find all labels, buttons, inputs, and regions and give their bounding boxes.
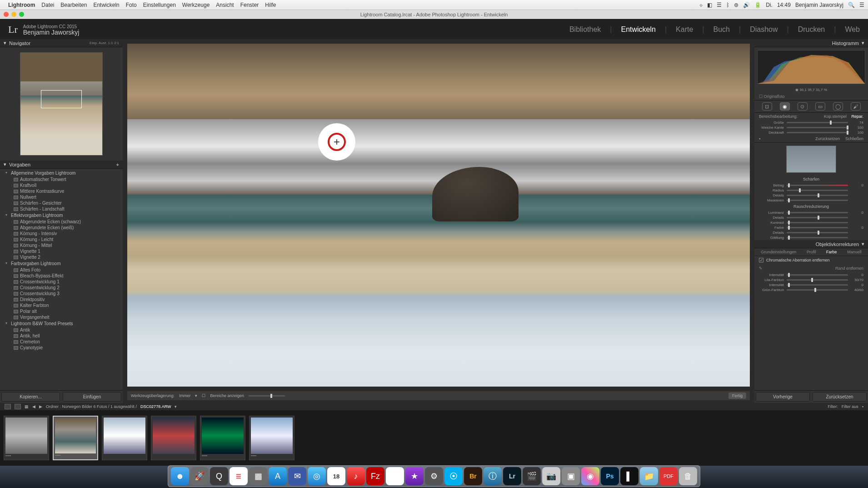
slider-thumb[interactable] xyxy=(788,198,790,202)
heal-mode[interactable]: Repar. xyxy=(851,114,863,119)
slider-track[interactable] xyxy=(787,127,848,128)
lens-tab-basic[interactable]: Grundeinstellungen xyxy=(761,250,796,254)
presets-list[interactable]: Allgemeine Vorgaben LightroomAutomatisch… xyxy=(0,169,123,390)
slider-value[interactable]: 100 xyxy=(851,126,863,130)
lens-tab-profile[interactable]: Profil xyxy=(807,250,816,254)
quicktime-icon[interactable]: Q xyxy=(210,467,228,485)
slider-track[interactable] xyxy=(787,232,848,233)
menu-foto[interactable]: Foto xyxy=(126,2,137,8)
lens-tab-manual[interactable]: Manuell xyxy=(847,250,862,254)
close-window-button[interactable] xyxy=(4,12,9,17)
volume-icon[interactable]: 🔊 xyxy=(743,2,750,8)
filter-value[interactable]: Filter aus xyxy=(842,404,858,409)
histogram[interactable] xyxy=(757,50,865,84)
slider-track[interactable] xyxy=(787,122,848,123)
slider-value[interactable]: 0 xyxy=(851,226,863,230)
slider-thumb[interactable] xyxy=(788,183,790,187)
preset-item[interactable]: Körnung - Intensiv xyxy=(0,231,123,236)
preset-item[interactable]: Schärfen - Landschaft xyxy=(0,206,123,212)
nav-back-icon[interactable]: ◀ xyxy=(32,404,35,409)
filmstrip-thumb[interactable]: ••••• xyxy=(200,416,245,460)
lens-header[interactable]: Objektivkorrekturen ▾ xyxy=(754,240,868,248)
slider-value[interactable]: 74 xyxy=(851,121,863,125)
menubar-icon[interactable]: ☰ xyxy=(717,2,722,8)
wifi-icon[interactable]: ⊚ xyxy=(734,2,738,8)
slider-track[interactable] xyxy=(787,274,848,276)
terminal-icon[interactable]: ▌ xyxy=(620,467,639,485)
slider-thumb[interactable] xyxy=(847,131,848,135)
menu-hilfe[interactable]: Hilfe xyxy=(265,2,276,8)
original-checkbox[interactable]: ☐ xyxy=(759,94,763,99)
settings-icon[interactable]: ⚙ xyxy=(425,467,443,485)
preset-item[interactable]: Crossentwicklung 2 xyxy=(0,285,123,291)
pdf-icon[interactable]: PDF xyxy=(659,467,678,485)
spot-close[interactable]: Schließen xyxy=(845,136,863,141)
current-file[interactable]: DSC02778.ARW xyxy=(140,404,171,409)
tool-overlay-value[interactable]: Immer xyxy=(179,393,191,398)
spot-removal-cursor[interactable]: + xyxy=(318,123,355,161)
module-bibliothek[interactable]: Bibliothek xyxy=(569,25,601,34)
preset-item[interactable]: Mittlere Kontrastkurve xyxy=(0,188,123,194)
switch-icon[interactable]: ▪ xyxy=(759,136,760,141)
preset-item[interactable]: Schärfen - Gesichter xyxy=(0,200,123,206)
disclosure-icon[interactable]: ▾ xyxy=(862,241,864,247)
preset-item[interactable]: Crossentwicklung 1 xyxy=(0,279,123,285)
main-image[interactable]: + xyxy=(127,44,750,387)
add-preset-icon[interactable]: + xyxy=(116,162,119,167)
safari-icon[interactable]: ◎ xyxy=(308,467,326,485)
preset-item[interactable]: Antik xyxy=(0,327,123,333)
radial-tool-icon[interactable]: ◯ xyxy=(833,102,843,111)
eyedropper-icon[interactable]: ✎ xyxy=(759,266,763,271)
slider-thumb[interactable] xyxy=(818,216,819,220)
trash-icon[interactable]: 🗑 xyxy=(679,467,697,485)
preset-item[interactable]: Vignette 1 xyxy=(0,248,123,254)
slider-thumb[interactable] xyxy=(847,126,848,130)
crop-tool-icon[interactable]: ⊡ xyxy=(762,102,772,111)
slider-thumb[interactable] xyxy=(818,231,819,235)
photoshop-icon[interactable]: Ps xyxy=(601,467,619,485)
menu-ansicht[interactable]: Ansicht xyxy=(216,2,234,8)
slider-value[interactable]: 0 xyxy=(851,183,863,187)
preset-item[interactable]: Automatischer Tonwert xyxy=(0,176,123,182)
menubar-time[interactable]: 14:49 xyxy=(777,2,791,8)
preset-item[interactable]: Nullwert xyxy=(0,194,123,200)
info-icon[interactable]: ⓘ xyxy=(484,467,502,485)
navigator-view-rect[interactable] xyxy=(41,90,82,108)
calendar-icon[interactable]: 18 xyxy=(327,467,345,485)
folder-icon[interactable]: 📁 xyxy=(640,467,658,485)
lightroom-icon[interactable]: Lr xyxy=(503,467,521,485)
slider-thumb[interactable] xyxy=(788,283,790,287)
spotlight-icon[interactable]: 🔍 xyxy=(848,2,855,8)
clone-mode[interactable]: Kop.stempel xyxy=(824,114,847,119)
preset-item[interactable]: Antik, hell xyxy=(0,333,123,339)
preset-item[interactable]: Vignette 2 xyxy=(0,254,123,260)
chrom-checkbox[interactable]: ✓ xyxy=(759,258,763,262)
disclosure-icon[interactable]: ▾ xyxy=(4,40,6,46)
preset-item[interactable]: Altes Foto xyxy=(0,267,123,273)
slider-track[interactable] xyxy=(787,222,848,223)
preset-item[interactable]: Direktpositiv xyxy=(0,297,123,302)
preset-item[interactable]: Kalter Farbton xyxy=(0,302,123,308)
slider-thumb[interactable] xyxy=(788,221,790,225)
preset-item[interactable]: Körnung - Leicht xyxy=(0,236,123,242)
itunes-icon[interactable]: ♪ xyxy=(347,467,365,485)
slider-track[interactable] xyxy=(787,190,848,191)
preset-item[interactable]: Vergangenheit xyxy=(0,314,123,320)
filmstrip-thumb[interactable]: ••••• xyxy=(249,416,294,460)
detail-preview[interactable] xyxy=(786,146,836,173)
paste-button[interactable]: Einfügen xyxy=(63,392,121,402)
preset-item[interactable]: Crossentwicklung 3 xyxy=(0,291,123,297)
notification-icon[interactable]: ☰ xyxy=(859,2,864,8)
navigator-header[interactable]: ▾ Navigator Einp. Ausf. 1:1 2:1 xyxy=(0,39,123,47)
disclosure-icon[interactable]: ▾ xyxy=(862,40,864,46)
preset-item[interactable]: Cyanotypie xyxy=(0,345,123,351)
spot-reset[interactable]: Zurücksetzen xyxy=(815,136,840,141)
slider-track[interactable] xyxy=(787,284,848,286)
module-buch[interactable]: Buch xyxy=(713,25,730,34)
menubar-user[interactable]: Benjamin Jaworskyj xyxy=(795,2,843,8)
slider-thumb[interactable] xyxy=(811,278,813,282)
mission-control-icon[interactable]: ▦ xyxy=(249,467,267,485)
reminders-icon[interactable]: ☰ xyxy=(229,467,248,485)
slider-track[interactable] xyxy=(787,279,848,281)
main-monitor-icon[interactable] xyxy=(5,404,11,409)
